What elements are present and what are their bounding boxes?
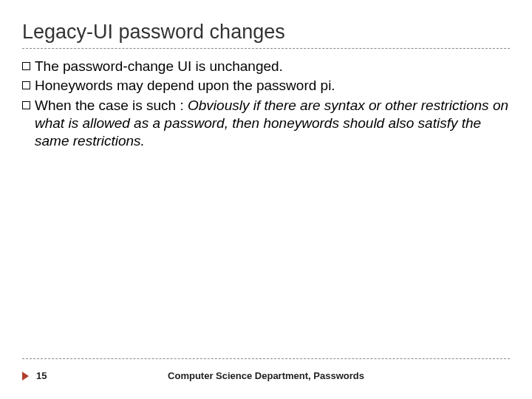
footer-divider	[22, 358, 510, 359]
square-bullet-icon	[22, 101, 30, 109]
page-number: 15	[36, 370, 47, 381]
square-bullet-icon	[22, 62, 30, 70]
bullet-text: Honeywords may depend upon the password …	[35, 77, 510, 95]
bullet-text: When the case is such : Obviously if the…	[35, 97, 510, 151]
bullet-lead: When the case is such :	[35, 98, 188, 113]
bullet-item: Honeywords may depend upon the password …	[22, 77, 510, 95]
footer: 15 Computer Science Department, Password…	[22, 370, 510, 381]
slide: Legacy-UI password changes The password-…	[0, 0, 532, 399]
slide-body: The password-change UI is unchanged. Hon…	[22, 58, 510, 151]
bullet-item: When the case is such : Obviously if the…	[22, 97, 510, 151]
triangle-marker-icon	[22, 372, 29, 381]
bullet-text: The password-change UI is unchanged.	[35, 58, 510, 75]
bullet-item: The password-change UI is unchanged.	[22, 58, 510, 75]
square-bullet-icon	[22, 81, 30, 89]
footer-text: Computer Science Department, Passwords	[22, 370, 510, 381]
slide-title: Legacy-UI password changes	[22, 21, 510, 49]
